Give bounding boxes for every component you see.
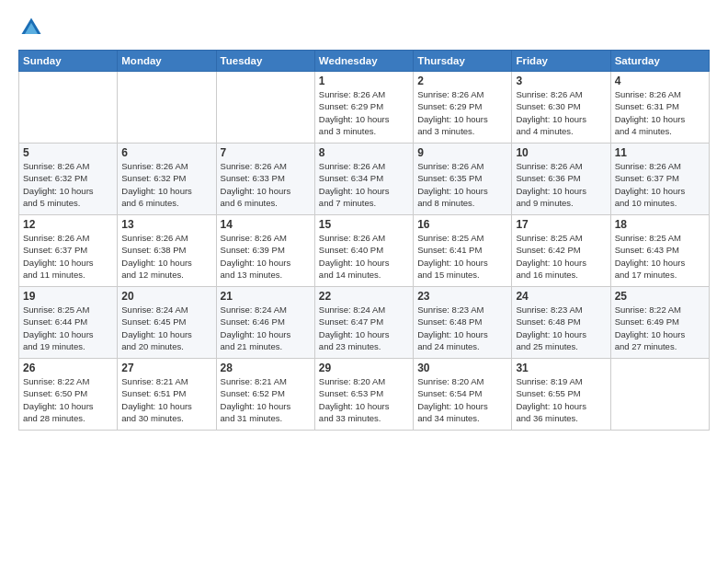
day-info: Sunrise: 8:20 AM Sunset: 6:53 PM Dayligh… (319, 375, 409, 424)
header-day-friday: Friday (512, 51, 610, 72)
calendar-week-5: 26Sunrise: 8:22 AM Sunset: 6:50 PM Dayli… (19, 359, 710, 431)
day-number: 28 (221, 362, 311, 374)
day-info: Sunrise: 8:26 AM Sunset: 6:29 PM Dayligh… (417, 88, 507, 137)
page: SundayMondayTuesdayWednesdayThursdayFrid… (0, 0, 728, 563)
day-number: 7 (221, 146, 311, 159)
calendar-cell: 17Sunrise: 8:25 AM Sunset: 6:42 PM Dayli… (512, 215, 610, 287)
day-info: Sunrise: 8:26 AM Sunset: 6:39 PM Dayligh… (221, 232, 311, 281)
calendar-cell: 20Sunrise: 8:24 AM Sunset: 6:45 PM Dayli… (118, 287, 216, 359)
day-number: 23 (417, 290, 507, 303)
day-info: Sunrise: 8:24 AM Sunset: 6:46 PM Dayligh… (221, 304, 311, 352)
calendar-cell: 7Sunrise: 8:26 AM Sunset: 6:33 PM Daylig… (216, 144, 314, 215)
day-number: 2 (417, 75, 507, 87)
calendar-cell: 13Sunrise: 8:26 AM Sunset: 6:38 PM Dayli… (118, 215, 216, 287)
calendar-cell: 12Sunrise: 8:26 AM Sunset: 6:37 PM Dayli… (19, 215, 118, 287)
calendar-cell: 27Sunrise: 8:21 AM Sunset: 6:51 PM Dayli… (118, 359, 216, 431)
day-info: Sunrise: 8:25 AM Sunset: 6:44 PM Dayligh… (23, 304, 113, 352)
day-info: Sunrise: 8:23 AM Sunset: 6:48 PM Dayligh… (516, 304, 606, 352)
day-info: Sunrise: 8:20 AM Sunset: 6:54 PM Dayligh… (417, 375, 507, 424)
calendar-cell: 24Sunrise: 8:23 AM Sunset: 6:48 PM Dayli… (512, 287, 610, 359)
calendar-cell (216, 72, 314, 144)
calendar-week-1: 1Sunrise: 8:26 AM Sunset: 6:29 PM Daylig… (19, 72, 710, 144)
day-number: 30 (417, 362, 507, 374)
day-number: 8 (319, 146, 409, 159)
day-info: Sunrise: 8:26 AM Sunset: 6:35 PM Dayligh… (417, 160, 507, 209)
day-info: Sunrise: 8:25 AM Sunset: 6:43 PM Dayligh… (615, 232, 705, 281)
calendar-cell: 5Sunrise: 8:26 AM Sunset: 6:32 PM Daylig… (19, 144, 118, 215)
day-info: Sunrise: 8:26 AM Sunset: 6:32 PM Dayligh… (121, 160, 211, 209)
day-number: 14 (221, 218, 311, 231)
calendar-week-2: 5Sunrise: 8:26 AM Sunset: 6:32 PM Daylig… (19, 144, 710, 215)
calendar-cell: 2Sunrise: 8:26 AM Sunset: 6:29 PM Daylig… (414, 72, 512, 144)
day-number: 31 (516, 362, 606, 374)
header-day-wednesday: Wednesday (314, 51, 413, 72)
calendar-header-row: SundayMondayTuesdayWednesdayThursdayFrid… (19, 51, 710, 72)
calendar-cell: 16Sunrise: 8:25 AM Sunset: 6:41 PM Dayli… (414, 215, 512, 287)
calendar-cell: 28Sunrise: 8:21 AM Sunset: 6:52 PM Dayli… (216, 359, 314, 431)
day-info: Sunrise: 8:25 AM Sunset: 6:42 PM Dayligh… (516, 232, 606, 281)
calendar-cell: 10Sunrise: 8:26 AM Sunset: 6:36 PM Dayli… (512, 144, 610, 215)
day-info: Sunrise: 8:26 AM Sunset: 6:38 PM Dayligh… (121, 232, 211, 281)
day-info: Sunrise: 8:19 AM Sunset: 6:55 PM Dayligh… (516, 375, 606, 424)
calendar-cell: 30Sunrise: 8:20 AM Sunset: 6:54 PM Dayli… (414, 359, 512, 431)
day-info: Sunrise: 8:24 AM Sunset: 6:45 PM Dayligh… (121, 304, 211, 352)
day-number: 11 (615, 146, 705, 159)
day-number: 13 (121, 218, 211, 231)
header-day-sunday: Sunday (19, 51, 118, 72)
header-day-saturday: Saturday (610, 51, 709, 72)
day-info: Sunrise: 8:21 AM Sunset: 6:51 PM Dayligh… (121, 375, 211, 424)
day-info: Sunrise: 8:23 AM Sunset: 6:48 PM Dayligh… (417, 304, 507, 352)
calendar-cell: 11Sunrise: 8:26 AM Sunset: 6:37 PM Dayli… (610, 144, 709, 215)
calendar-week-4: 19Sunrise: 8:25 AM Sunset: 6:44 PM Dayli… (19, 287, 710, 359)
calendar-cell: 6Sunrise: 8:26 AM Sunset: 6:32 PM Daylig… (118, 144, 216, 215)
calendar-week-3: 12Sunrise: 8:26 AM Sunset: 6:37 PM Dayli… (19, 215, 710, 287)
calendar-cell: 23Sunrise: 8:23 AM Sunset: 6:48 PM Dayli… (414, 287, 512, 359)
day-info: Sunrise: 8:26 AM Sunset: 6:29 PM Dayligh… (319, 88, 409, 137)
calendar-cell (610, 359, 709, 431)
day-number: 5 (23, 146, 113, 159)
calendar-cell: 4Sunrise: 8:26 AM Sunset: 6:31 PM Daylig… (610, 72, 709, 144)
day-info: Sunrise: 8:26 AM Sunset: 6:37 PM Dayligh… (23, 232, 113, 281)
day-number: 19 (23, 290, 113, 303)
calendar-cell (19, 72, 118, 144)
day-number: 20 (121, 290, 211, 303)
header (18, 15, 710, 40)
day-number: 3 (516, 75, 606, 87)
day-number: 24 (516, 290, 606, 303)
calendar-cell: 29Sunrise: 8:20 AM Sunset: 6:53 PM Dayli… (314, 359, 413, 431)
day-info: Sunrise: 8:22 AM Sunset: 6:49 PM Dayligh… (615, 304, 705, 352)
day-number: 27 (121, 362, 211, 374)
header-day-thursday: Thursday (414, 51, 512, 72)
day-info: Sunrise: 8:25 AM Sunset: 6:41 PM Dayligh… (417, 232, 507, 281)
calendar-cell: 25Sunrise: 8:22 AM Sunset: 6:49 PM Dayli… (610, 287, 709, 359)
day-number: 10 (516, 146, 606, 159)
day-number: 12 (23, 218, 113, 231)
day-info: Sunrise: 8:26 AM Sunset: 6:34 PM Dayligh… (319, 160, 409, 209)
day-number: 6 (121, 146, 211, 159)
header-day-tuesday: Tuesday (216, 51, 314, 72)
calendar-cell: 18Sunrise: 8:25 AM Sunset: 6:43 PM Dayli… (610, 215, 709, 287)
day-info: Sunrise: 8:26 AM Sunset: 6:30 PM Dayligh… (516, 88, 606, 137)
calendar-cell: 9Sunrise: 8:26 AM Sunset: 6:35 PM Daylig… (414, 144, 512, 215)
day-number: 25 (615, 290, 705, 303)
day-number: 26 (23, 362, 113, 374)
day-number: 17 (516, 218, 606, 231)
day-info: Sunrise: 8:22 AM Sunset: 6:50 PM Dayligh… (23, 375, 113, 424)
day-number: 4 (615, 75, 705, 87)
day-info: Sunrise: 8:26 AM Sunset: 6:36 PM Dayligh… (516, 160, 606, 209)
day-info: Sunrise: 8:24 AM Sunset: 6:47 PM Dayligh… (319, 304, 409, 352)
day-number: 16 (417, 218, 507, 231)
logo (18, 15, 48, 40)
logo-icon (18, 15, 44, 40)
calendar-cell (118, 72, 216, 144)
day-number: 1 (319, 75, 409, 87)
day-number: 21 (221, 290, 311, 303)
calendar-cell: 22Sunrise: 8:24 AM Sunset: 6:47 PM Dayli… (314, 287, 413, 359)
calendar-cell: 1Sunrise: 8:26 AM Sunset: 6:29 PM Daylig… (314, 72, 413, 144)
day-number: 22 (319, 290, 409, 303)
day-info: Sunrise: 8:26 AM Sunset: 6:40 PM Dayligh… (319, 232, 409, 281)
calendar-cell: 19Sunrise: 8:25 AM Sunset: 6:44 PM Dayli… (19, 287, 118, 359)
day-number: 9 (417, 146, 507, 159)
day-number: 15 (319, 218, 409, 231)
header-day-monday: Monday (118, 51, 216, 72)
